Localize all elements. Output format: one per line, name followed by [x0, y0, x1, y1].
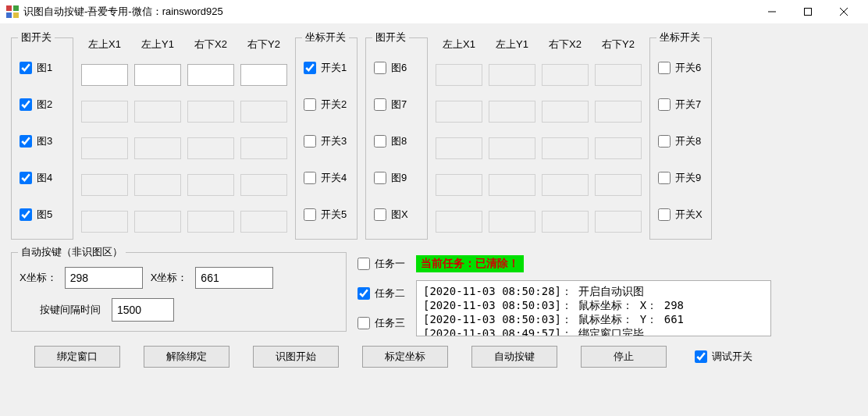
leftPanel-switch-label-1: 开关2	[321, 98, 347, 112]
rightPanel-img-label-1: 图7	[391, 98, 407, 112]
rightPanel-x2-input-3	[542, 174, 589, 196]
rightPanel-img-row-4[interactable]: 图X	[374, 208, 408, 222]
rightPanel-img-checkbox-2[interactable]	[374, 135, 386, 148]
leftPanel-y2-input-1	[240, 101, 287, 123]
bind-window-button[interactable]: 绑定窗口	[34, 346, 120, 368]
leftPanel-img-label-2: 图3	[37, 134, 52, 148]
leftPanel-img-checkbox-3[interactable]	[20, 172, 32, 184]
rightPanel-x1-input-3	[436, 174, 482, 196]
close-button[interactable]	[826, 0, 862, 23]
debug-switch-checkbox[interactable]	[695, 350, 707, 363]
task-2-checkbox[interactable]	[358, 287, 370, 300]
leftPanel-y1-input-0[interactable]	[134, 64, 181, 86]
svg-rect-3	[13, 12, 19, 18]
leftPanel-img-label-4: 图5	[37, 208, 52, 222]
autokey-x-input[interactable]	[65, 267, 143, 289]
rightPanel-y1-input-0	[489, 64, 535, 86]
right-hdr-x1: 左上X1	[436, 37, 482, 52]
rightPanel-switch-row-1[interactable]: 开关7	[658, 98, 701, 112]
leftPanel-x2-input-0[interactable]	[187, 64, 234, 86]
mark-coord-button[interactable]: 标定坐标	[362, 346, 448, 368]
leftPanel-switch-row-0[interactable]: 开关1	[304, 61, 347, 75]
rightPanel-switch-label-1: 开关7	[675, 98, 701, 112]
leftPanel-switch-checkbox-3[interactable]	[304, 172, 316, 184]
stop-button[interactable]: 停止	[581, 346, 667, 368]
rightPanel-x2-input-1	[542, 101, 589, 123]
right-hdr-y1: 左上Y1	[489, 37, 535, 52]
leftPanel-x1-input-3	[81, 174, 128, 196]
leftPanel-switch-row-4[interactable]: 开关5	[304, 208, 347, 222]
svg-rect-5	[805, 9, 812, 16]
leftPanel-switch-checkbox-4[interactable]	[304, 208, 316, 221]
rightPanel-switch-row-4[interactable]: 开关X	[658, 208, 703, 222]
minimize-button[interactable]	[754, 0, 790, 23]
autokey-y-label: X坐标：	[151, 271, 188, 285]
log-line: [2020-11-03 08:50:03]： 鼠标坐标： X： 298	[423, 298, 764, 312]
rightPanel-switch-checkbox-0[interactable]	[658, 62, 671, 74]
maximize-button[interactable]	[790, 0, 826, 23]
leftPanel-img-row-1[interactable]: 图2	[20, 98, 52, 112]
leftPanel-x1-input-4	[81, 211, 128, 233]
leftPanel-switch-row-1[interactable]: 开关2	[304, 98, 347, 112]
rightPanel-y1-input-3	[489, 174, 535, 196]
leftPanel-switch-checkbox-0[interactable]	[304, 62, 316, 74]
rightPanel-img-checkbox-4[interactable]	[374, 208, 386, 221]
log-panel[interactable]: [2020-11-03 08:50:28]： 开启自动识图[2020-11-03…	[416, 280, 771, 336]
autokey-y-input[interactable]	[195, 267, 273, 289]
rightPanel-switch-row-3[interactable]: 开关9	[658, 171, 701, 185]
rightPanel-img-checkbox-1[interactable]	[374, 98, 386, 111]
leftPanel-y2-input-3	[240, 174, 287, 196]
task-3-checkbox[interactable]	[358, 317, 370, 329]
start-recognition-button[interactable]: 识图开始	[253, 346, 339, 368]
rightPanel-switch-checkbox-3[interactable]	[658, 172, 671, 184]
rightPanel-img-row-0[interactable]: 图6	[374, 61, 407, 75]
rightPanel-switch-row-2[interactable]: 开关8	[658, 134, 701, 148]
left-coord-switch-legend: 坐标开关	[302, 30, 349, 44]
leftPanel-img-label-1: 图2	[37, 98, 52, 112]
task-2[interactable]: 任务二	[358, 286, 405, 300]
leftPanel-img-label-3: 图4	[37, 171, 52, 185]
leftPanel-img-checkbox-4[interactable]	[20, 208, 32, 221]
leftPanel-img-row-2[interactable]: 图3	[20, 134, 52, 148]
button-row: 绑定窗口 解除绑定 识图开始 标定坐标 自动按键 停止 调试开关	[11, 336, 857, 368]
debug-switch[interactable]: 调试开关	[695, 350, 752, 364]
leftPanel-switch-checkbox-2[interactable]	[304, 135, 316, 148]
leftPanel-switch-checkbox-1[interactable]	[304, 98, 316, 111]
rightPanel-switch-checkbox-2[interactable]	[658, 135, 671, 148]
rightPanel-switch-checkbox-1[interactable]	[658, 98, 671, 111]
task-1-label: 任务一	[375, 257, 405, 271]
unbind-window-button[interactable]: 解除绑定	[144, 346, 229, 368]
rightPanel-switch-row-0[interactable]: 开关6	[658, 61, 701, 75]
leftPanel-img-checkbox-1[interactable]	[20, 98, 32, 111]
autokey-interval-input[interactable]	[112, 298, 174, 322]
rightPanel-img-checkbox-0[interactable]	[374, 62, 386, 74]
task-1[interactable]: 任务一	[358, 257, 405, 271]
rightPanel-switch-label-2: 开关8	[675, 134, 701, 148]
rightPanel-x2-input-4	[542, 211, 589, 233]
rightPanel-y2-input-0	[595, 64, 642, 86]
leftPanel-img-row-4[interactable]: 图5	[20, 208, 52, 222]
rightPanel-x1-input-0	[436, 64, 482, 86]
rightPanel-img-row-1[interactable]: 图7	[374, 98, 407, 112]
task-1-checkbox[interactable]	[358, 258, 370, 270]
leftPanel-img-row-3[interactable]: 图4	[20, 171, 52, 185]
leftPanel-img-row-0[interactable]: 图1	[20, 61, 52, 75]
rightPanel-y2-input-1	[595, 101, 642, 123]
rightPanel-x1-input-2	[436, 137, 482, 159]
rightPanel-img-row-3[interactable]: 图9	[374, 171, 407, 185]
leftPanel-y2-input-2	[240, 137, 287, 159]
leftPanel-x1-input-0[interactable]	[81, 64, 128, 86]
leftPanel-switch-label-3: 开关4	[321, 171, 347, 185]
leftPanel-y2-input-0[interactable]	[240, 64, 287, 86]
task-3[interactable]: 任务三	[358, 316, 405, 330]
leftPanel-switch-row-2[interactable]: 开关3	[304, 134, 347, 148]
leftPanel-img-checkbox-0[interactable]	[20, 62, 32, 74]
rightPanel-img-checkbox-3[interactable]	[374, 172, 386, 184]
rightPanel-img-row-2[interactable]: 图8	[374, 134, 407, 148]
leftPanel-switch-row-3[interactable]: 开关4	[304, 171, 347, 185]
autokey-button[interactable]: 自动按键	[471, 346, 557, 368]
rightPanel-switch-checkbox-4[interactable]	[658, 208, 671, 221]
titlebar: 识图自动按键-吾爱专用-微信：rainsword925	[0, 0, 868, 23]
leftPanel-img-checkbox-2[interactable]	[20, 135, 32, 148]
right-image-switch-group: 图开关 图6图7图8图9图X	[365, 37, 428, 240]
